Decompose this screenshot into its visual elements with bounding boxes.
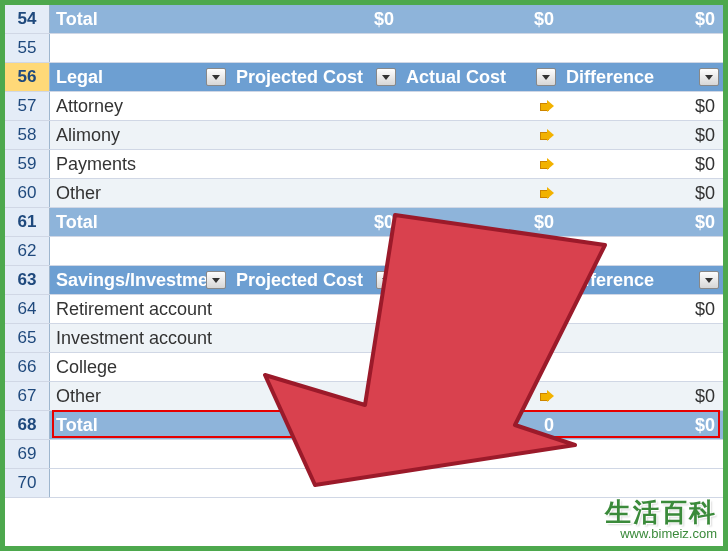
column-header[interactable]: Projected Cost — [230, 266, 400, 294]
cell-label[interactable]: Attorney — [50, 92, 230, 120]
row-54: 54Total$0$0$0 — [5, 5, 723, 34]
row-header[interactable]: 64 — [5, 295, 50, 323]
column-header[interactable]: Actual st — [400, 266, 560, 294]
cell[interactable] — [230, 179, 400, 207]
total-value[interactable]: $0 — [560, 411, 723, 439]
row-header[interactable]: 61 — [5, 208, 50, 236]
cell-difference[interactable]: $0 — [560, 382, 723, 410]
cell-label[interactable]: Payments — [50, 150, 230, 178]
cell[interactable] — [400, 382, 560, 410]
total-label[interactable]: Total — [50, 208, 230, 236]
total-label[interactable]: Total — [50, 5, 230, 33]
cell[interactable] — [230, 92, 400, 120]
cell-difference[interactable] — [560, 353, 723, 381]
cell[interactable] — [230, 295, 400, 323]
cell-label[interactable]: College — [50, 353, 230, 381]
row-57: 57Attorney$0 — [5, 92, 723, 121]
cell-difference[interactable]: $0 — [560, 92, 723, 120]
cell[interactable] — [560, 440, 723, 468]
cell[interactable] — [50, 469, 230, 497]
row-header[interactable]: 56 — [5, 63, 50, 91]
filter-dropdown-icon[interactable] — [206, 271, 226, 289]
filter-dropdown-icon[interactable] — [699, 68, 719, 86]
column-header[interactable]: Savings/Investme — [50, 266, 230, 294]
row-69: 69 — [5, 440, 723, 469]
total-value[interactable] — [230, 411, 400, 439]
row-59: 59Payments$0 — [5, 150, 723, 179]
row-header[interactable]: 70 — [5, 469, 50, 497]
total-value[interactable]: $0 — [400, 208, 560, 236]
cell[interactable] — [560, 469, 723, 497]
column-header[interactable]: Difference — [560, 266, 723, 294]
total-value[interactable]: $0 — [230, 208, 400, 236]
cell[interactable] — [50, 34, 230, 62]
row-header[interactable]: 63 — [5, 266, 50, 294]
total-value[interactable]: $0 — [560, 5, 723, 33]
cell[interactable] — [400, 440, 560, 468]
cell-difference[interactable]: $0 — [560, 121, 723, 149]
filter-dropdown-icon[interactable] — [376, 68, 396, 86]
cell-difference[interactable]: $0 — [560, 179, 723, 207]
cell[interactable] — [400, 179, 560, 207]
total-value[interactable]: $0 — [560, 208, 723, 236]
cell-difference[interactable]: $0 — [560, 295, 723, 323]
cell-label[interactable]: Other — [50, 179, 230, 207]
cell[interactable] — [230, 382, 400, 410]
cell-label[interactable]: Other — [50, 382, 230, 410]
cell[interactable] — [230, 237, 400, 265]
row-64: 64Retirement account$0 — [5, 295, 723, 324]
row-58: 58Alimony$0 — [5, 121, 723, 150]
row-header[interactable]: 69 — [5, 440, 50, 468]
total-value[interactable]: $0 — [400, 5, 560, 33]
filter-dropdown-icon[interactable] — [699, 271, 719, 289]
row-header[interactable]: 65 — [5, 324, 50, 352]
filter-dropdown-icon[interactable] — [376, 271, 396, 289]
row-header[interactable]: 68 — [5, 411, 50, 439]
cell-difference[interactable]: $0 — [560, 150, 723, 178]
cell[interactable] — [400, 353, 560, 381]
column-header[interactable]: Actual Cost — [400, 63, 560, 91]
row-header[interactable]: 59 — [5, 150, 50, 178]
column-header[interactable]: Projected Cost — [230, 63, 400, 91]
cell[interactable] — [230, 353, 400, 381]
cell-label[interactable]: Retirement account — [50, 295, 230, 323]
row-header[interactable]: 55 — [5, 34, 50, 62]
cell[interactable] — [230, 469, 400, 497]
total-label[interactable]: Total — [50, 411, 230, 439]
cell-label[interactable]: Investment account — [50, 324, 230, 352]
cell[interactable] — [50, 440, 230, 468]
row-header[interactable]: 67 — [5, 382, 50, 410]
row-header[interactable]: 57 — [5, 92, 50, 120]
total-value[interactable]: 0 — [400, 411, 560, 439]
filter-dropdown-icon[interactable] — [536, 271, 556, 289]
cell[interactable] — [400, 34, 560, 62]
cell[interactable] — [230, 150, 400, 178]
column-header[interactable]: Legal — [50, 63, 230, 91]
total-value[interactable]: $0 — [230, 5, 400, 33]
cell[interactable] — [400, 92, 560, 120]
cell[interactable] — [400, 237, 560, 265]
column-header[interactable]: Difference — [560, 63, 723, 91]
cell[interactable] — [230, 324, 400, 352]
cell[interactable] — [230, 121, 400, 149]
filter-dropdown-icon[interactable] — [536, 68, 556, 86]
cell-label[interactable]: Alimony — [50, 121, 230, 149]
row-header[interactable]: 58 — [5, 121, 50, 149]
cell[interactable] — [400, 150, 560, 178]
row-header[interactable]: 54 — [5, 5, 50, 33]
row-65: 65Investment account — [5, 324, 723, 353]
row-header[interactable]: 66 — [5, 353, 50, 381]
row-header[interactable]: 62 — [5, 237, 50, 265]
cell[interactable] — [560, 237, 723, 265]
cell[interactable] — [50, 237, 230, 265]
cell[interactable] — [400, 121, 560, 149]
cell[interactable] — [560, 34, 723, 62]
cell[interactable] — [230, 440, 400, 468]
cell[interactable] — [400, 324, 560, 352]
cell-difference[interactable] — [560, 324, 723, 352]
cell[interactable] — [230, 34, 400, 62]
filter-dropdown-icon[interactable] — [206, 68, 226, 86]
row-header[interactable]: 60 — [5, 179, 50, 207]
cell[interactable] — [400, 295, 560, 323]
cell[interactable] — [400, 469, 560, 497]
